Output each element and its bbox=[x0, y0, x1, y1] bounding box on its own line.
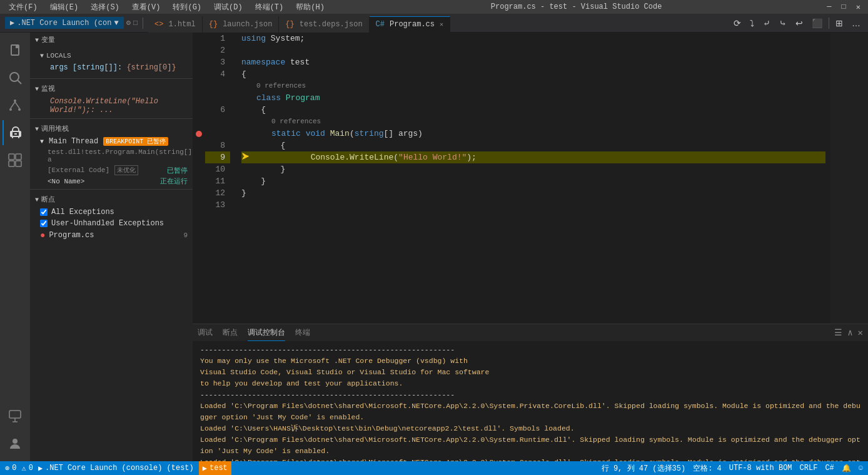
code-12-text: } bbox=[241, 187, 246, 199]
callstack-frame-1[interactable]: test.dll!test.Program.Main(string[] a bbox=[30, 147, 193, 165]
activity-remote[interactable] bbox=[3, 404, 28, 429]
locals-title: Locals bbox=[46, 52, 71, 59]
stop-button[interactable]: ⬛ bbox=[809, 17, 825, 29]
activity-files[interactable] bbox=[3, 38, 28, 63]
bp-all-exceptions-checkbox[interactable] bbox=[40, 208, 48, 216]
notification-icon: 🔔 bbox=[842, 464, 851, 473]
step-out-button[interactable]: ⤷ bbox=[777, 17, 789, 29]
tab-testdeps-icon: {} bbox=[285, 20, 294, 29]
restart-button[interactable]: ↩ bbox=[793, 17, 805, 29]
watch-chevron bbox=[35, 86, 39, 93]
svg-line-5 bbox=[11, 102, 15, 108]
callstack-frame-3[interactable]: <No Name> 正在运行 bbox=[30, 176, 193, 186]
kw-namespace: namespace bbox=[241, 56, 285, 68]
terminal-list-icon[interactable]: ☰ bbox=[834, 327, 842, 338]
menu-goto[interactable]: 转到(G) bbox=[169, 1, 205, 14]
bp-user-unhandled-checkbox[interactable] bbox=[40, 220, 48, 227]
bp-programcs: ● Program.cs 9 bbox=[30, 229, 193, 242]
close-button[interactable]: ✕ bbox=[854, 3, 863, 12]
bp-gutter-9 bbox=[193, 128, 205, 140]
window-title: Program.cs - test - Visual Studio Code bbox=[491, 3, 662, 11]
watch-header[interactable]: 监视 bbox=[30, 81, 193, 96]
terminal-license-1: You may only use the Microsoft .NET Core… bbox=[200, 355, 860, 367]
kw-string: string bbox=[355, 128, 384, 140]
menu-file[interactable]: 文件(F) bbox=[5, 1, 41, 14]
play-icon: ▶ bbox=[10, 18, 14, 28]
play-status-icon: ▶ bbox=[38, 464, 43, 473]
terminal-expand-icon[interactable]: ∧ bbox=[847, 327, 852, 338]
svg-point-3 bbox=[9, 108, 12, 111]
ln-3: 3 bbox=[205, 56, 230, 68]
terminal-close-icon[interactable]: ✕ bbox=[858, 327, 863, 338]
more-actions-button[interactable]: … bbox=[849, 17, 863, 29]
status-encoding[interactable]: UTF-8 with BOM bbox=[729, 464, 792, 472]
step-into-button[interactable]: ⤶ bbox=[760, 17, 773, 29]
menu-debug[interactable]: 调试(D) bbox=[210, 1, 246, 14]
tab-1html[interactable]: <> 1.html bbox=[148, 16, 203, 33]
bp-gutter-2 bbox=[193, 44, 205, 56]
menu-edit[interactable]: 编辑(E) bbox=[46, 1, 83, 14]
tab-launch-json[interactable]: {} launch.json bbox=[203, 16, 280, 33]
terminal-license-2: Visual Studio Code, Visual Studio or Vis… bbox=[200, 367, 860, 378]
terminal-loaded-4: Loaded 'C:\Program Files\dotnet\shared\M… bbox=[200, 457, 860, 461]
callstack-header[interactable]: 调用堆栈 bbox=[30, 121, 193, 136]
ln-8: 8 bbox=[205, 140, 230, 151]
method-main: Main bbox=[330, 128, 350, 140]
variables-header[interactable]: 变量 bbox=[30, 33, 193, 47]
step-over-button[interactable]: ⤵ bbox=[747, 17, 757, 29]
terminal-tab-bp[interactable]: 断点 bbox=[223, 325, 238, 340]
status-errors[interactable]: ⊗ 0 ⚠ 0 bbox=[5, 464, 33, 473]
svg-rect-8 bbox=[16, 154, 21, 160]
divider-3 bbox=[30, 189, 193, 190]
debug-launch-button[interactable]: ▶ .NET Core Launch (con ▼ bbox=[5, 17, 124, 29]
tab-programcs[interactable]: C# Program.cs ✕ bbox=[370, 16, 450, 33]
code-line-5-ref: 0 references bbox=[241, 80, 825, 92]
activity-user[interactable] bbox=[3, 431, 28, 456]
status-debug-badge[interactable]: ▶ test bbox=[199, 461, 231, 475]
callstack-title: 调用堆栈 bbox=[41, 125, 69, 133]
kw-class: class bbox=[256, 92, 281, 104]
maximize-button[interactable]: □ bbox=[839, 3, 849, 12]
minimize-button[interactable]: ─ bbox=[824, 3, 834, 12]
status-eol[interactable]: CRLF bbox=[800, 464, 818, 472]
status-feedback[interactable]: ☺ bbox=[859, 464, 863, 472]
svg-rect-11 bbox=[9, 411, 21, 418]
callstack-frame-2[interactable]: [External Code] 未优化 已暂停 bbox=[30, 165, 193, 176]
activity-search[interactable] bbox=[3, 65, 28, 90]
locals-header[interactable]: Locals bbox=[30, 49, 193, 62]
status-position[interactable]: 行 9, 列 47 (选择35) bbox=[602, 463, 685, 474]
code-line-12: } bbox=[241, 187, 825, 199]
terminal-separator-1: ----------------------------------------… bbox=[200, 344, 860, 355]
status-notification[interactable]: 🔔 bbox=[842, 464, 851, 473]
status-spaces[interactable]: 空格: 4 bbox=[693, 463, 722, 474]
activity-extensions[interactable] bbox=[3, 148, 28, 173]
gear-icon[interactable]: ⚙ bbox=[126, 18, 131, 28]
open-in-editor-icon[interactable]: □ bbox=[133, 19, 138, 28]
code-content[interactable]: using System; namespace test { 0 referen… bbox=[236, 33, 830, 324]
menu-select[interactable]: 选择(S) bbox=[87, 1, 123, 14]
code-line-13 bbox=[241, 199, 825, 211]
code-4-text: { bbox=[241, 68, 246, 80]
menu-view[interactable]: 查看(V) bbox=[128, 1, 164, 14]
menu-terminal[interactable]: 终端(T) bbox=[251, 1, 288, 14]
bp-header[interactable]: 断点 bbox=[30, 192, 193, 207]
toolbar-separator bbox=[143, 18, 143, 29]
terminal-tab-debug[interactable]: 调试 bbox=[198, 325, 213, 340]
code-1-rest: System; bbox=[266, 33, 305, 44]
status-language[interactable]: C# bbox=[825, 464, 834, 472]
activity-git[interactable] bbox=[3, 93, 28, 118]
status-debug-launch[interactable]: ▶ .NET Core Launch (console) (test) bbox=[38, 464, 194, 473]
tab-1html-label: 1.html bbox=[169, 20, 196, 29]
variables-section: 变量 Locals args [string[]]: {string[0]} bbox=[30, 33, 193, 76]
callstack-thread-main[interactable]: Main Thread BREAKPOINT 已暂停 bbox=[30, 136, 193, 147]
frame-3-status: 正在运行 bbox=[160, 176, 188, 186]
tab-close-icon[interactable]: ✕ bbox=[440, 21, 443, 28]
tab-testdeps-json[interactable]: {} test.deps.json bbox=[279, 16, 369, 33]
current-arrow: ⮞ bbox=[241, 151, 250, 163]
menu-help[interactable]: 帮助(H) bbox=[292, 1, 328, 14]
terminal-tab-console[interactable]: 调试控制台 bbox=[248, 325, 285, 341]
continue-button[interactable]: ⟳ bbox=[731, 17, 744, 29]
activity-debug[interactable] bbox=[3, 120, 28, 145]
terminal-tab-terminal[interactable]: 终端 bbox=[295, 325, 310, 340]
split-editor-button[interactable]: ⊞ bbox=[833, 17, 845, 29]
